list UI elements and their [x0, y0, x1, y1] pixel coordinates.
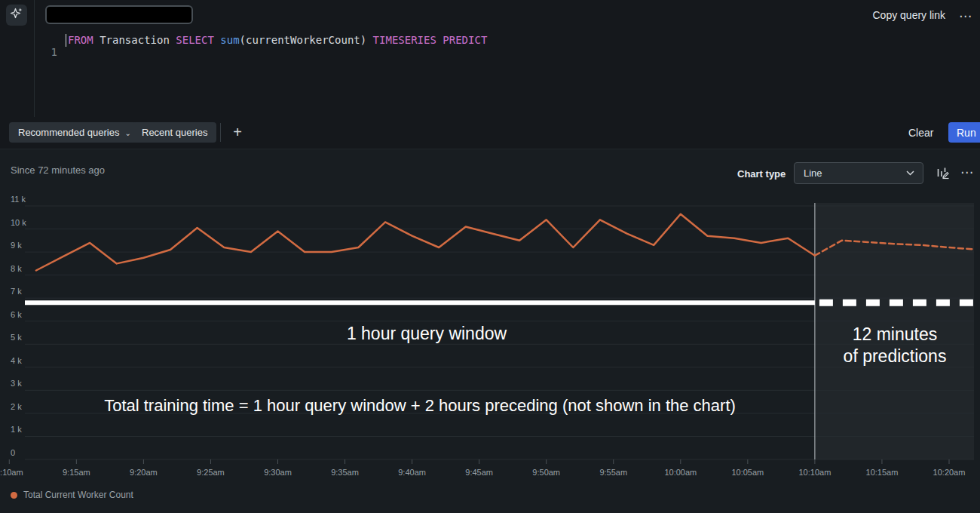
- svg-text:9:45am: 9:45am: [465, 468, 493, 477]
- svg-text:9:35am: 9:35am: [331, 468, 359, 477]
- recommended-queries-label: Recommended queries: [18, 127, 119, 138]
- legend-dot-icon: [11, 492, 17, 499]
- chart-panel: Since 72 minutes ago Chart type Line ⋯ 1…: [0, 149, 980, 513]
- svg-text:9:15am: 9:15am: [63, 468, 90, 477]
- redacted-query-tab[interactable]: [45, 5, 193, 24]
- chart-type-dropdown[interactable]: Line: [794, 162, 923, 184]
- chevron-down-icon: ⌄: [124, 129, 130, 137]
- svg-text:0: 0: [11, 448, 15, 457]
- run-button[interactable]: Run: [948, 122, 980, 143]
- svg-text:9:25am: 9:25am: [197, 468, 225, 477]
- svg-text:10 k: 10 k: [11, 218, 26, 227]
- legend-item[interactable]: Total Current Worker Count: [11, 490, 133, 500]
- svg-text:1 k: 1 k: [11, 425, 22, 434]
- editor-more-menu-icon[interactable]: ⋯: [959, 10, 972, 23]
- svg-text:4 k: 4 k: [11, 356, 22, 365]
- time-range-label: Since 72 minutes ago: [11, 164, 105, 176]
- recent-queries-button[interactable]: Recent queries: [133, 122, 216, 143]
- annotation-predictions-line1: 12 minutes: [816, 324, 974, 346]
- query-code[interactable]: FROM Transaction SELECT sum(currentWorke…: [68, 34, 487, 46]
- chart-more-menu-icon[interactable]: ⋯: [960, 166, 974, 179]
- svg-text:9 k: 9 k: [11, 241, 22, 250]
- annotation-training-time: Total training time = 1 hour query windo…: [43, 396, 797, 416]
- text-caret: [66, 34, 66, 47]
- svg-text:10:20am: 10:20am: [933, 468, 966, 477]
- recent-queries-label: Recent queries: [142, 127, 207, 138]
- svg-text:10:00am: 10:00am: [664, 468, 697, 477]
- svg-text:6 k: 6 k: [11, 310, 22, 319]
- query-code-line[interactable]: 1 FROM Transaction SELECT sum(currentWor…: [0, 34, 38, 48]
- query-editor-panel: 1 FROM Transaction SELECT sum(currentWor…: [0, 0, 980, 149]
- svg-text:10:05am: 10:05am: [731, 468, 764, 477]
- svg-text:9:40am: 9:40am: [398, 468, 426, 477]
- chart-type-value: Line: [804, 167, 822, 179]
- svg-text:9:20am: 9:20am: [130, 468, 158, 477]
- svg-text:10:15am: 10:15am: [866, 468, 899, 477]
- svg-text:9:10am: 9:10am: [0, 468, 23, 477]
- svg-text:9:55am: 9:55am: [599, 468, 627, 477]
- copy-query-link-button[interactable]: Copy query link: [873, 9, 946, 21]
- svg-text:7 k: 7 k: [11, 287, 22, 296]
- chart-type-label: Chart type: [737, 168, 786, 180]
- chevron-down-icon: [906, 163, 914, 183]
- svg-text:3 k: 3 k: [11, 379, 22, 388]
- svg-text:11 k: 11 k: [11, 195, 26, 204]
- svg-text:8 k: 8 k: [11, 264, 22, 273]
- svg-text:9:50am: 9:50am: [532, 468, 560, 477]
- ai-assistant-button[interactable]: [6, 5, 27, 26]
- line-number: 1: [38, 46, 57, 58]
- svg-text:10:10am: 10:10am: [798, 468, 831, 477]
- recommended-queries-button[interactable]: Recommended queries ⌄: [9, 122, 140, 143]
- annotation-query-window: 1 hour query window: [276, 324, 577, 344]
- sparkle-icon: [10, 7, 23, 23]
- annotation-predictions-line2: of predictions: [816, 346, 974, 367]
- legend-label: Total Current Worker Count: [23, 490, 133, 500]
- svg-text:2 k: 2 k: [11, 402, 22, 411]
- clear-button[interactable]: Clear: [908, 122, 933, 143]
- edit-chart-icon[interactable]: [936, 166, 951, 181]
- add-query-button[interactable]: +: [228, 122, 247, 143]
- toolbar-divider: [220, 123, 221, 142]
- annotation-predictions: 12 minutes of predictions: [816, 324, 974, 367]
- svg-text:5 k: 5 k: [11, 333, 22, 342]
- svg-text:9:30am: 9:30am: [264, 468, 292, 477]
- query-builder-app: 1 FROM Transaction SELECT sum(currentWor…: [0, 0, 980, 513]
